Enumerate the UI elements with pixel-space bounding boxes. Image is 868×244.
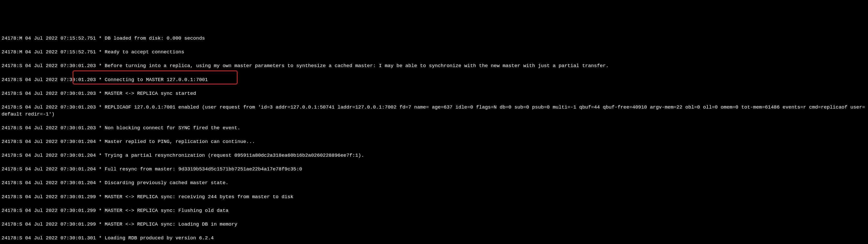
log-line: 24178:S 04 Jul 2022 07:30:01.204 * Tryin…	[2, 152, 866, 159]
log-line: 24178:S 04 Jul 2022 07:30:01.299 * MASTE…	[2, 221, 866, 228]
log-line: 24178:S 04 Jul 2022 07:30:01.204 * Disca…	[2, 180, 866, 187]
terminal-output[interactable]: 24178:M 04 Jul 2022 07:15:52.751 * DB lo…	[2, 28, 866, 244]
log-line: 24178:S 04 Jul 2022 07:30:01.203 * MASTE…	[2, 90, 866, 97]
log-line: 24178:S 04 Jul 2022 07:30:01.299 * MASTE…	[2, 207, 866, 214]
log-line: 24178:S 04 Jul 2022 07:30:01.204 * Full …	[2, 166, 866, 173]
log-line: 24178:M 04 Jul 2022 07:15:52.751 * DB lo…	[2, 35, 866, 42]
log-line: 24178:S 04 Jul 2022 07:30:01.203 * Non b…	[2, 125, 866, 132]
log-line: 24178:S 04 Jul 2022 07:30:01.301 * Loadi…	[2, 235, 866, 242]
log-line: 24178:S 04 Jul 2022 07:30:01.203 * REPLI…	[2, 104, 866, 117]
log-line: 24178:S 04 Jul 2022 07:30:01.203 * Befor…	[2, 62, 866, 70]
log-line: 24178:S 04 Jul 2022 07:30:01.204 * Maste…	[2, 138, 866, 145]
log-line: 24178:S 04 Jul 2022 07:30:01.203 * Conne…	[2, 76, 866, 83]
log-line: 24178:S 04 Jul 2022 07:30:01.299 * MASTE…	[2, 193, 866, 200]
log-line: 24178:M 04 Jul 2022 07:15:52.751 * Ready…	[2, 49, 866, 56]
